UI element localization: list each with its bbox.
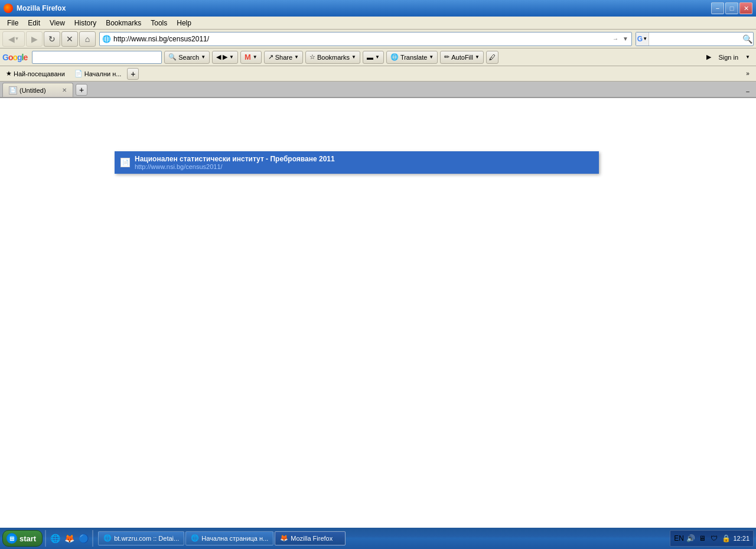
tab-icon: 📄 <box>9 86 17 95</box>
url-page-icon: 🌐 <box>100 35 113 43</box>
speaker-icon[interactable]: 🔊 <box>686 534 695 543</box>
share-arrow-icon: ▼ <box>294 54 299 60</box>
bookmark-most-visited[interactable]: ★ Най-посещавани <box>2 69 69 79</box>
taskbar: ⊞ start 🌐 🦊 🔵 🌐 bt.wrzru.com :: Detai...… <box>0 528 756 549</box>
task-2-icon: 🌐 <box>191 534 199 542</box>
search-label: Search <box>178 54 199 61</box>
taskbar-task-1[interactable]: 🌐 bt.wrzru.com :: Detai... <box>98 531 184 545</box>
google-search-input[interactable] <box>32 51 162 64</box>
taskbar-task-3[interactable]: 🦊 Mozilla Firefox <box>275 531 346 545</box>
sign-in-arrow-icon: ▼ <box>745 54 750 60</box>
autocomplete-item-content: Национален статистически институт - Преб… <box>135 155 335 170</box>
menu-edit[interactable]: Edit <box>23 18 45 28</box>
quick-ie-icon[interactable]: 🌐 <box>48 532 61 545</box>
window-controls: − □ ✕ <box>711 2 752 14</box>
taskbar-task-2[interactable]: 🌐 Начална страница н... <box>185 531 273 545</box>
tab-close-button[interactable]: ✕ <box>62 87 67 93</box>
security-icon[interactable]: 🛡 <box>709 534 719 543</box>
taskbar-tasks: 🌐 bt.wrzru.com :: Detai... 🌐 Начална стр… <box>98 531 666 545</box>
google-toolbar: Google 🔍 Search ▼ ◀ ▶ ▼ M ▼ ↗ Share ▼ ☆ … <box>0 48 756 66</box>
quick-firefox-icon[interactable]: 🦊 <box>63 532 76 545</box>
close-button[interactable]: ✕ <box>739 2 752 14</box>
nav-arrows-button[interactable]: ◀ ▶ ▼ <box>212 51 238 64</box>
eraser-button[interactable]: 🖊 <box>486 51 498 64</box>
menu-tools[interactable]: Tools <box>146 18 172 28</box>
back-button[interactable]: ◀ ▼ <box>2 31 25 47</box>
arrow-right-icon: ▶ <box>706 53 711 61</box>
search-icon: 🔍 <box>168 53 177 61</box>
menu-bookmarks[interactable]: Bookmarks <box>101 18 146 28</box>
reload-button[interactable]: ↻ <box>44 31 60 47</box>
forward-button[interactable]: ▶ <box>26 31 43 47</box>
eraser-icon: 🖊 <box>489 54 496 61</box>
restore-button[interactable]: □ <box>725 2 738 14</box>
start-button[interactable]: ⊞ start <box>2 530 43 547</box>
gmail-button[interactable]: M ▼ <box>240 51 262 64</box>
reload-icon: ↻ <box>48 34 56 44</box>
bookmark-page-icon: 📄 <box>74 70 83 77</box>
bookmark-scroll-button[interactable]: » <box>742 68 754 80</box>
url-input[interactable] <box>113 35 610 43</box>
bookmark-label-2: Начални н... <box>84 70 122 77</box>
url-go-button[interactable]: → <box>611 33 620 45</box>
search-arrow-icon: ▼ <box>201 54 206 60</box>
menu-help[interactable]: Help <box>172 18 196 28</box>
translate-button[interactable]: 🌐 Translate ▼ <box>386 51 438 64</box>
search-engine-button[interactable]: G ▼ <box>636 33 649 46</box>
tab-bar: 📄 (Untitled) ✕ + – <box>0 82 756 98</box>
stop-icon: ✕ <box>66 34 73 44</box>
google-icon: G <box>637 35 643 43</box>
menu-history[interactable]: History <box>70 18 101 28</box>
bookmarks-icon: ☆ <box>309 53 315 61</box>
menu-view[interactable]: View <box>45 18 70 28</box>
nav-left-icon: ◀ <box>216 53 221 61</box>
tab-scroll-right[interactable]: – <box>742 85 754 97</box>
autofill-button[interactable]: ✏ AutoFill ▼ <box>440 51 484 64</box>
search-bar: G ▼ 🔍 <box>636 32 754 46</box>
bookmarks-label: Bookmarks <box>317 54 350 61</box>
share-button[interactable]: ↗ Share ▼ <box>264 51 303 64</box>
more-arrow-icon: ▼ <box>375 54 380 60</box>
url-bar: 🌐 → ▼ <box>99 32 632 46</box>
arrow-right-button[interactable]: ▶ <box>703 51 715 64</box>
autocomplete-item-title: Национален статистически институт - Преб… <box>135 155 335 163</box>
task-1-icon: 🌐 <box>103 534 112 542</box>
home-button[interactable]: ⌂ <box>79 31 96 47</box>
autocomplete-dropdown[interactable]: 📄 Национален статистически институт - Пр… <box>115 151 599 174</box>
menu-file[interactable]: File <box>2 18 23 28</box>
antivirus-icon[interactable]: 🔒 <box>721 534 731 543</box>
bookmark-home[interactable]: 📄 Начални н... <box>71 69 125 79</box>
new-tab-button[interactable]: + <box>76 84 87 96</box>
url-dropdown-button[interactable]: ▼ <box>621 33 630 45</box>
tab-untitled[interactable]: 📄 (Untitled) ✕ <box>2 83 73 97</box>
minimize-button[interactable]: − <box>711 2 724 14</box>
bookmarks-toolbar-button[interactable]: ☆ Bookmarks ▼ <box>305 51 360 64</box>
sign-in-dropdown[interactable]: ▼ <box>742 51 754 64</box>
quick-extra-icon[interactable]: 🔵 <box>77 532 90 545</box>
window-title: Mozilla Firefox <box>17 4 66 12</box>
more-toolbar-button[interactable]: ▬ ▼ <box>363 51 384 64</box>
search-go-button[interactable]: 🔍 <box>742 33 753 46</box>
nav-right-icon: ▶ <box>223 53 227 61</box>
windows-icon: ⊞ <box>6 533 17 544</box>
autocomplete-item[interactable]: 📄 Национален статистически институт - Пр… <box>116 152 598 173</box>
search-dropdown-icon: ▼ <box>643 36 647 41</box>
clock: 12:21 <box>733 535 750 542</box>
autocomplete-item-icon: 📄 <box>120 158 130 167</box>
translate-icon: 🌐 <box>390 53 399 61</box>
bookmark-label: Най-посещавани <box>14 70 65 77</box>
search-input[interactable] <box>649 35 742 43</box>
add-bookmark-button[interactable]: + <box>127 68 139 80</box>
quick-launch: 🌐 🦊 🔵 <box>48 532 90 545</box>
stop-button[interactable]: ✕ <box>61 31 78 47</box>
network-icon[interactable]: 🖥 <box>698 534 707 543</box>
sign-in-area: ▶ Sign in ▼ <box>703 51 754 64</box>
start-label: start <box>19 534 36 543</box>
gmail-icon: M <box>245 53 251 61</box>
autofill-arrow-icon: ▼ <box>475 54 480 60</box>
translate-label: Translate <box>400 54 427 61</box>
task-1-label: bt.wrzru.com :: Detai... <box>114 535 179 542</box>
forward-icon: ▶ <box>31 34 38 44</box>
taskbar-divider-2 <box>92 530 93 547</box>
google-search-button[interactable]: 🔍 Search ▼ <box>164 51 210 64</box>
